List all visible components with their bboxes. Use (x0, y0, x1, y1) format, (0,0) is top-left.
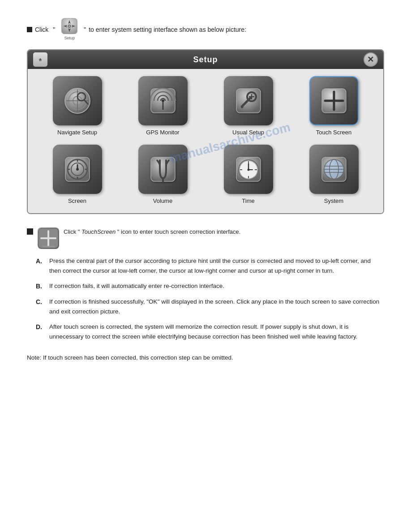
system-icon-box[interactable] (309, 145, 359, 194)
item-text-a: Press the central part of the cursor acc… (49, 256, 384, 276)
svg-point-40 (247, 168, 249, 171)
usual-setup-label: Usual Setup (232, 128, 264, 137)
screen-icon-box[interactable] (53, 145, 102, 194)
gps-monitor-label: GPS Monitor (146, 128, 179, 137)
middle-square-bullet (27, 228, 33, 235)
lettered-list: A. Press the central part of the cursor … (36, 256, 384, 342)
middle-text: Click " TouchScreen " icon to enter touc… (64, 227, 240, 236)
icon-cell-gps-monitor[interactable]: GPS Monitor (122, 76, 203, 137)
system-icon (318, 154, 350, 185)
icon-cell-system[interactable]: System (293, 145, 374, 206)
system-label: System (324, 197, 343, 206)
quote-close: " (84, 25, 86, 34)
screen-icon (62, 154, 93, 185)
icon-cell-screen[interactable]: Screen (37, 145, 118, 206)
setup-icon-svg (61, 18, 78, 34)
list-item-d: D. After touch screen is corrected, the … (36, 322, 384, 342)
setup-icon-inline: Setup (58, 18, 81, 41)
click-label: Click (35, 25, 48, 34)
home-icon-svg (39, 55, 42, 64)
letter-c: C. (36, 297, 44, 307)
note-section: Note: If touch screen has been corrected… (27, 353, 384, 363)
list-item-c: C. If correction is finished successfull… (36, 297, 384, 317)
screen-label: Screen (68, 197, 86, 206)
volume-icon (147, 154, 179, 185)
time-icon (233, 154, 264, 185)
navigate-setup-icon (62, 85, 93, 116)
navigate-setup-label: Navigate Setup (57, 128, 97, 137)
list-item-b: B. If correction fails, it will automati… (36, 281, 384, 291)
svg-point-13 (162, 99, 164, 102)
setup-panel-header: Setup ✕ (28, 50, 383, 69)
item-text-b: If correction fails, it will automatical… (49, 281, 224, 291)
icon-cell-volume[interactable]: Volume (122, 145, 203, 206)
gps-monitor-icon-box[interactable] (138, 76, 188, 125)
icon-cell-usual-setup[interactable]: Usual Setup (208, 76, 289, 137)
setup-title: Setup (193, 53, 218, 66)
setup-icon-label: Setup (64, 35, 75, 41)
usual-setup-icon-box[interactable] (224, 76, 273, 125)
setup-panel-body: manualsarchive.com (28, 69, 383, 213)
letter-b: B. (36, 281, 44, 291)
item-text-c: If correction is finished successfully, … (49, 297, 384, 317)
time-icon-box[interactable] (224, 145, 273, 194)
instruction-text: to enter system setting interface shown … (89, 25, 246, 34)
bullet-square (27, 27, 32, 32)
setup-panel: Setup ✕ manualsarchive.com (27, 49, 384, 214)
volume-icon-box[interactable] (138, 145, 188, 194)
letter-d: D. (36, 322, 44, 332)
note-text: Note: If touch screen has been corrected… (27, 354, 233, 361)
quote-open: " (51, 25, 55, 34)
letter-a: A. (36, 256, 44, 266)
volume-label: Volume (153, 197, 172, 206)
svg-text:TouchScreen: TouchScreen (42, 245, 55, 248)
icon-cell-time[interactable]: Time (208, 145, 289, 206)
icon-cell-touch-screen[interactable]: Touch Screen (293, 76, 374, 137)
icon-cell-navigate-setup[interactable]: Navigate Setup (37, 76, 118, 137)
navigate-setup-icon-box[interactable] (53, 76, 102, 125)
gps-monitor-icon (147, 85, 179, 116)
svg-rect-4 (40, 60, 41, 61)
touch-screen-label: Touch Screen (316, 128, 352, 137)
home-icon[interactable] (33, 52, 47, 67)
close-button[interactable]: ✕ (364, 52, 378, 67)
usual-setup-icon (233, 85, 264, 116)
item-text-d: After touch screen is corrected, the sys… (49, 322, 384, 342)
touch-screen-small-svg: TouchScreen (38, 227, 59, 249)
svg-point-28 (76, 168, 79, 171)
touch-screen-icon-small: TouchScreen (38, 227, 59, 249)
svg-point-2 (68, 25, 70, 27)
list-item-a: A. Press the central part of the cursor … (36, 256, 384, 276)
touch-screen-icon-box[interactable] (309, 76, 359, 125)
page-content: Click " Setup (27, 18, 384, 362)
middle-section: TouchScreen Click " TouchScreen " icon t… (27, 227, 384, 249)
time-label: Time (242, 197, 254, 206)
icons-grid: Navigate Setup (37, 76, 374, 206)
touch-screen-icon (318, 85, 350, 116)
top-instruction: Click " Setup (27, 18, 384, 41)
